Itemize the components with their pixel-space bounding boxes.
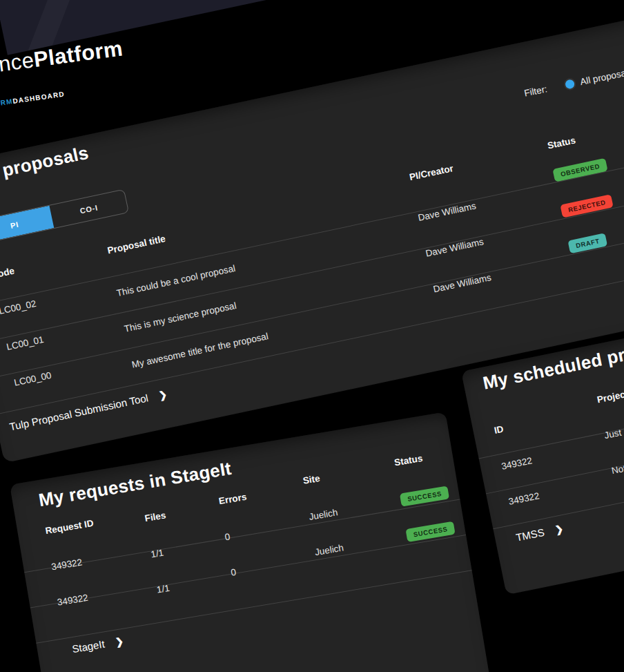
proposal-code[interactable]: LC00_00: [13, 370, 52, 388]
row-divider: [30, 535, 466, 608]
project-name: Just a test: [603, 422, 624, 441]
stageit-link[interactable]: StageIt ❯: [71, 635, 124, 655]
breadcrumb-root-link[interactable]: PLATFORM: [0, 97, 13, 111]
proposal-code[interactable]: LC00_01: [6, 334, 45, 352]
background-mask: [0, 434, 14, 672]
chevron-right-icon: ❯: [157, 388, 168, 401]
request-files: 1/1: [150, 548, 164, 560]
proposal-pi: Dave Williams: [417, 200, 477, 222]
proposal-pi: Dave Williams: [432, 272, 492, 294]
tmss-link[interactable]: TMSS ❯: [515, 522, 564, 543]
request-errors: 0: [224, 531, 231, 542]
request-id: 349322: [50, 557, 83, 572]
tmss-link-label: TMSS: [515, 526, 545, 544]
column-header-request-id: Request ID: [45, 518, 95, 536]
request-errors: 0: [230, 567, 237, 578]
stageit-card-title: My requests in StageIt: [37, 458, 233, 511]
stageit-link-label: StageIt: [71, 638, 106, 655]
request-files: 1/1: [156, 583, 170, 595]
status-badge-observed: OBSERVED: [552, 158, 607, 182]
column-header-status: Status: [547, 135, 576, 151]
column-header-name: Project name: [596, 383, 624, 405]
proposal-code[interactable]: LC00_02: [0, 298, 37, 316]
tab-pi[interactable]: PI: [0, 206, 54, 244]
app-logo-light: Science: [0, 48, 35, 82]
proposals-card-title: My proposals: [0, 142, 90, 188]
dashboard-screen: °*~9|[+±·:· SciencePlatform PLATFORM›DAS…: [0, 0, 624, 672]
column-header-site: Site: [302, 473, 321, 486]
column-header-title: Proposal title: [106, 233, 166, 256]
filter-radio-button[interactable]: [565, 79, 575, 89]
breadcrumb: PLATFORM›DASHBOARD: [0, 90, 65, 111]
status-badge-success: SUCCESS: [405, 521, 455, 542]
row-divider: [0, 127, 624, 343]
project-name: Nothing: [611, 459, 624, 476]
tab-co-i[interactable]: CO-I: [49, 190, 128, 228]
column-header-status: Status: [393, 453, 423, 468]
row-divider: [36, 570, 471, 644]
proposal-title[interactable]: This could be a cool proposal: [115, 263, 236, 298]
column-header-pi: PI/Creator: [409, 163, 454, 182]
column-header-files: Files: [144, 510, 167, 524]
proposal-title[interactable]: My awesome title for the proposal: [130, 331, 269, 370]
request-id: 349322: [57, 593, 89, 608]
column-header-id: ID: [494, 424, 505, 436]
status-badge-success: SUCCESS: [400, 486, 449, 506]
chevron-right-icon: ❯: [554, 523, 564, 535]
status-badge-rejected: REJECTED: [560, 194, 614, 218]
breadcrumb-current: DASHBOARD: [12, 90, 66, 104]
column-header-errors: Errors: [218, 492, 247, 506]
project-id: 349322: [500, 455, 533, 472]
column-header-code: Code: [0, 266, 15, 281]
proposals-tabs: PI CO-I: [0, 189, 129, 244]
tulp-tool-link-label: Tulp Proposal Submission Tool: [8, 392, 149, 432]
project-id: 349322: [507, 490, 540, 507]
proposal-pi: Dave Williams: [425, 236, 485, 258]
row-divider: [24, 499, 460, 573]
stageit-card: My requests in StageIt Request ID Files …: [10, 412, 494, 672]
chevron-right-icon: ❯: [115, 635, 124, 648]
